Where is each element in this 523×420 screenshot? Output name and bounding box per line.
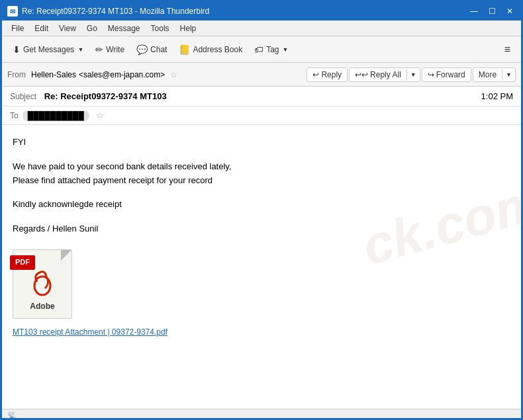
tag-button[interactable]: 🏷 Tag ▼ — [249, 42, 293, 58]
main-toolbar: ⬇ Get Messages ▼ ✏ Write 💬 Chat 📒 Addres… — [2, 36, 521, 63]
forward-label: Forward — [436, 70, 465, 79]
subject-area: Subject Re: Receipt09372-9374 MT103 — [10, 91, 167, 101]
subject-bar: Subject Re: Receipt09372-9374 MT103 1:02… — [2, 87, 521, 106]
address-book-label: Address Book — [193, 45, 242, 54]
more-main[interactable]: More — [473, 68, 502, 81]
attachment-link[interactable]: MT103 receipt Attachment | 09372-9374.pd… — [13, 326, 510, 339]
attachment-area: PDF Adobe MT103 receipt Attachment | 0 — [13, 249, 510, 339]
email-body: ck.com FYI We have paid to your second b… — [2, 125, 521, 409]
to-label: To — [10, 111, 19, 120]
email-content: FYI We have paid to your second bank det… — [13, 136, 510, 339]
address-book-button[interactable]: 📒 Address Book — [173, 42, 248, 58]
more-dropdown[interactable]: ▼ — [502, 69, 515, 80]
from-area: From Hellen-Sales <sales@em-japan.com> ☆ — [7, 70, 177, 79]
write-label: Write — [106, 45, 124, 54]
more-button[interactable]: More ▼ — [473, 67, 516, 82]
reply-all-dropdown[interactable]: ▼ — [406, 69, 420, 80]
reply-actions: ↩ Reply ↩↩ Reply All ▼ ↪ Forward More ▼ — [307, 67, 516, 82]
to-address: ██████████ — [23, 110, 89, 121]
from-name: Hellen-Sales — [31, 70, 76, 79]
adobe-label: Adobe — [13, 300, 71, 313]
email-line3: Please find attached payment receipt for… — [13, 174, 510, 188]
forward-button[interactable]: ↪ Forward — [422, 67, 471, 82]
window-controls: — ☐ ✕ — [467, 7, 516, 15]
menubar: File Edit View Go Message Tools Help — [2, 21, 521, 36]
reply-all-icon: ↩↩ — [355, 70, 368, 79]
menu-tools[interactable]: Tools — [147, 22, 173, 34]
pdf-doc-shape: PDF Adobe — [13, 249, 72, 319]
tag-label: Tag — [266, 45, 279, 54]
action-bar: From Hellen-Sales <sales@em-japan.com> ☆… — [2, 63, 521, 87]
acrobat-icon — [28, 269, 57, 302]
to-bar: To ██████████ ☆ — [2, 106, 521, 125]
reply-all-main[interactable]: ↩↩ Reply All — [350, 68, 406, 81]
tag-arrow: ▼ — [283, 46, 289, 53]
email-line2: We have paid to your second bank details… — [13, 160, 510, 174]
subject-text: Re: Receipt09372-9374 MT103 — [44, 91, 167, 101]
reply-all-button[interactable]: ↩↩ Reply All ▼ — [349, 67, 420, 82]
menu-message[interactable]: Message — [104, 22, 144, 34]
hamburger-button[interactable]: ≡ — [499, 41, 516, 58]
write-button[interactable]: ✏ Write — [90, 42, 130, 58]
get-messages-arrow: ▼ — [77, 46, 83, 53]
more-label: More — [479, 70, 497, 79]
reply-icon: ↩ — [312, 70, 319, 79]
write-icon: ✏ — [95, 44, 103, 55]
tag-icon: 🏷 — [254, 44, 263, 55]
pdf-badge: PDF — [10, 255, 35, 270]
window-title: Re: Receipt09372-9374 MT103 - Mozilla Th… — [22, 7, 209, 16]
corner-fold — [61, 250, 71, 261]
star-icon[interactable]: ☆ — [170, 70, 177, 79]
from-email: <sales@em-japan.com> — [79, 70, 165, 79]
close-button[interactable]: ✕ — [504, 7, 516, 15]
reply-button[interactable]: ↩ Reply — [307, 67, 348, 82]
titlebar: ✉ Re: Receipt09372-9374 MT103 - Mozilla … — [2, 2, 521, 21]
forward-icon: ↪ — [428, 70, 434, 79]
reply-label: Reply — [321, 70, 342, 79]
menu-file[interactable]: File — [7, 22, 28, 34]
to-star-icon[interactable]: ☆ — [96, 110, 104, 120]
from-label: From — [7, 70, 26, 79]
minimize-button[interactable]: — — [467, 7, 481, 15]
app-icon: ✉ — [7, 6, 18, 17]
menu-help[interactable]: Help — [176, 22, 201, 34]
get-messages-icon: ⬇ — [13, 44, 21, 55]
get-messages-button[interactable]: ⬇ Get Messages ▼ — [7, 42, 89, 58]
statusbar: 📡 — [2, 409, 521, 420]
email-line4: Kindly acknownlegde receipt — [13, 198, 510, 212]
status-icon: 📡 — [7, 411, 17, 420]
chat-button[interactable]: 💬 Chat — [131, 42, 172, 58]
email-line1: FYI — [13, 136, 510, 149]
menu-edit[interactable]: Edit — [30, 22, 52, 34]
menu-view[interactable]: View — [55, 22, 80, 34]
chat-icon: 💬 — [136, 44, 148, 55]
chat-label: Chat — [150, 45, 167, 54]
pdf-attachment-icon[interactable]: PDF Adobe — [13, 249, 85, 322]
email-time: 1:02 PM — [481, 91, 513, 101]
address-book-icon: 📒 — [179, 44, 190, 55]
maximize-button[interactable]: ☐ — [486, 7, 499, 15]
subject-label: Subject — [10, 92, 36, 101]
reply-all-label: Reply All — [370, 70, 401, 79]
menu-go[interactable]: Go — [83, 22, 101, 34]
email-line5: Regards / Hellen Sunil — [13, 222, 510, 236]
get-messages-label: Get Messages — [23, 45, 74, 54]
